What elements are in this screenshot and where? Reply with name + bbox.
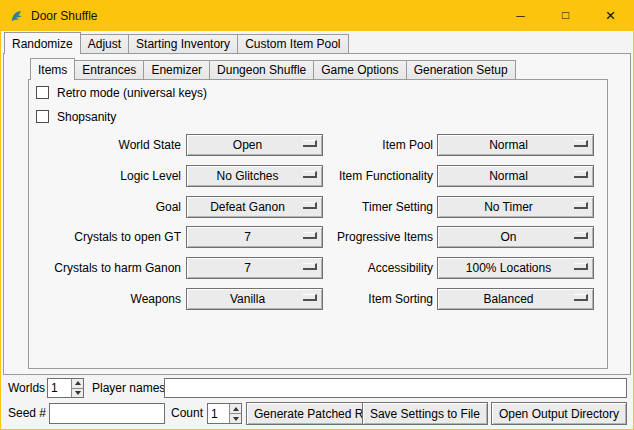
seed-label: Seed #	[8, 403, 46, 424]
sub-tab-bar: Items Entrances Enemizer Dungeon Shuffle…	[30, 58, 516, 80]
worlds-down-button[interactable]	[72, 388, 83, 398]
down-arrow-icon	[233, 417, 239, 421]
progressive-items-value: On	[500, 230, 530, 244]
timer-setting-label: Timer Setting	[291, 196, 433, 218]
count-spinner	[207, 403, 242, 424]
dropdown-indicator-icon	[574, 140, 588, 147]
timer-setting-value: No Timer	[484, 200, 547, 214]
item-functionality-label: Item Functionality	[291, 165, 433, 187]
player-names-input[interactable]	[164, 378, 627, 398]
worlds-label: Worlds	[8, 378, 45, 398]
count-up-button[interactable]	[230, 404, 241, 413]
maximize-icon: □	[562, 9, 569, 21]
dropdown-indicator-icon	[574, 263, 588, 270]
minimize-button[interactable]: ─	[498, 1, 543, 31]
accessibility-value: 100% Locations	[466, 261, 565, 275]
down-arrow-icon	[75, 391, 81, 395]
accessibility-label: Accessibility	[291, 257, 433, 279]
shopsanity-checkbox[interactable]	[36, 110, 49, 123]
dropdown-indicator-icon	[574, 202, 588, 209]
app-window: Door Shuffle ─ □ × Randomize Adjust Star…	[0, 0, 634, 430]
player-names-label: Player names	[92, 378, 165, 398]
progressive-items-label: Progressive Items	[291, 226, 433, 248]
crystals-ganon-label: Crystals to harm Ganon	[21, 257, 181, 279]
tab-entrances[interactable]: Entrances	[74, 60, 144, 80]
open-output-button[interactable]: Open Output Directory	[491, 402, 627, 425]
bottom-right-buttons: Save Settings to File Open Output Direct…	[362, 402, 627, 425]
goal-value: Defeat Ganon	[210, 200, 299, 214]
worlds-up-button[interactable]	[72, 379, 83, 388]
tab-starting-inventory[interactable]: Starting Inventory	[128, 34, 238, 54]
tab-adjust[interactable]: Adjust	[80, 34, 129, 54]
minimize-icon: ─	[516, 10, 525, 22]
item-sorting-value: Balanced	[483, 292, 547, 306]
tab-items[interactable]: Items	[30, 58, 75, 80]
item-functionality-dropdown[interactable]: Normal	[437, 165, 594, 187]
weapons-label: Weapons	[21, 288, 181, 310]
tab-randomize[interactable]: Randomize	[4, 32, 81, 54]
save-settings-button[interactable]: Save Settings to File	[362, 402, 488, 425]
crystals-gt-label: Crystals to open GT	[21, 226, 181, 248]
count-label: Count	[171, 403, 203, 424]
retro-mode-checkbox[interactable]	[36, 86, 49, 99]
accessibility-dropdown[interactable]: 100% Locations	[437, 257, 594, 279]
count-input[interactable]	[208, 404, 229, 423]
world-state-label: World State	[21, 134, 181, 156]
up-arrow-icon	[233, 407, 239, 411]
titlebar[interactable]: Door Shuffle ─ □ ×	[1, 1, 633, 31]
seed-input[interactable]	[49, 403, 165, 424]
main-tab-bar: Randomize Adjust Starting Inventory Cust…	[4, 32, 349, 54]
item-pool-value: Normal	[489, 138, 542, 152]
crystals-gt-value: 7	[244, 230, 265, 244]
dropdown-indicator-icon	[574, 294, 588, 301]
window-controls: ─ □ ×	[498, 1, 633, 31]
world-state-value: Open	[233, 138, 276, 152]
weapons-value: Vanilla	[230, 292, 279, 306]
close-button[interactable]: ×	[588, 1, 633, 31]
tab-custom-item-pool[interactable]: Custom Item Pool	[237, 34, 348, 54]
retro-mode-label[interactable]: Retro mode (universal keys)	[57, 83, 207, 103]
app-icon	[9, 9, 24, 24]
spinner-arrows	[229, 404, 241, 423]
item-sorting-label: Item Sorting	[291, 288, 433, 310]
crystals-ganon-value: 7	[244, 261, 265, 275]
timer-setting-dropdown[interactable]: No Timer	[437, 196, 594, 218]
up-arrow-icon	[75, 381, 81, 385]
count-down-button[interactable]	[230, 413, 241, 423]
goal-label: Goal	[21, 196, 181, 218]
tab-generation-setup[interactable]: Generation Setup	[406, 60, 516, 80]
close-icon: ×	[606, 7, 616, 24]
window-title: Door Shuffle	[31, 9, 98, 23]
shopsanity-label[interactable]: Shopsanity	[57, 107, 116, 127]
spinner-arrows	[71, 379, 83, 397]
item-pool-dropdown[interactable]: Normal	[437, 134, 594, 156]
progressive-items-dropdown[interactable]: On	[437, 226, 594, 248]
maximize-button[interactable]: □	[543, 1, 588, 31]
logic-level-value: No Glitches	[216, 169, 292, 183]
logic-level-label: Logic Level	[21, 165, 181, 187]
tab-dungeon-shuffle[interactable]: Dungeon Shuffle	[209, 60, 314, 80]
item-functionality-value: Normal	[489, 169, 542, 183]
worlds-input[interactable]	[48, 379, 71, 397]
item-sorting-dropdown[interactable]: Balanced	[437, 288, 594, 310]
item-pool-label: Item Pool	[291, 134, 433, 156]
worlds-spinner	[47, 378, 84, 398]
dropdown-indicator-icon	[574, 171, 588, 178]
tab-game-options[interactable]: Game Options	[313, 60, 406, 80]
dropdown-indicator-icon	[574, 232, 588, 239]
tab-enemizer[interactable]: Enemizer	[143, 60, 210, 80]
